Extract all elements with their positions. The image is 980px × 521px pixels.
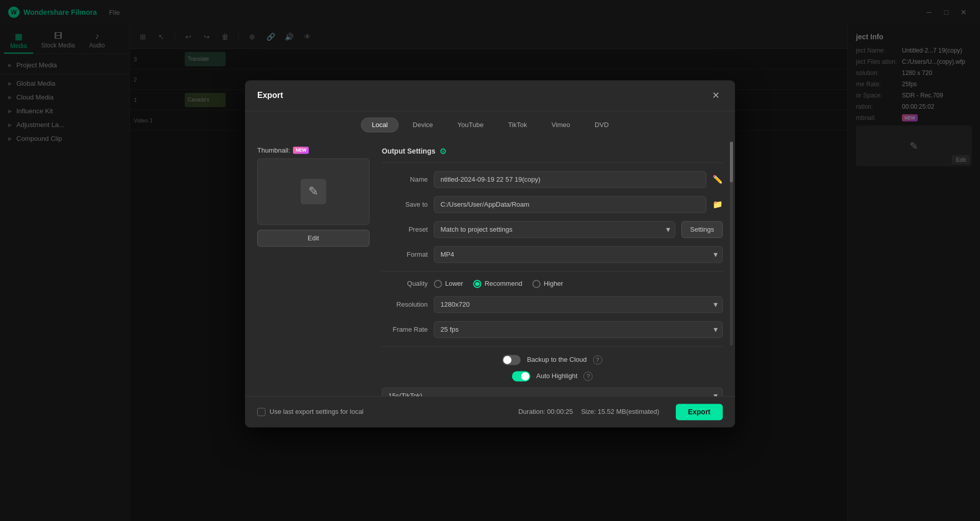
format-select[interactable]: MP4 [434,246,723,263]
thumbnail-new-badge: NEW [293,146,309,154]
tab-dvd[interactable]: DVD [584,117,619,132]
save-to-input[interactable] [434,196,706,213]
auto-highlight-toggle[interactable] [512,371,530,381]
duration-value: 00:00:25 [547,408,573,415]
preset-select-wrapper: Match to project settings [434,221,675,238]
export-dialog: Export ✕ Local Device YouTube TikTok Vim… [245,80,735,427]
quality-label: Quality [382,280,428,287]
radio-circle-higher [532,280,541,288]
settings-gear-icon: ⚙ [439,146,447,156]
thumbnail-section: Thumbnail: NEW ✎ Edit [257,146,370,388]
resolution-select-wrapper: 1280x720 [434,296,723,313]
preset-row: Preset Match to project settings Setting… [382,221,723,238]
output-settings-title: Output Settings [382,147,435,155]
backup-toggle-row: Backup to the Cloud ? [382,355,723,365]
preset-label: Preset [382,226,428,233]
highlight-duration-wrapper: 15s(TikTok) [382,387,723,396]
ai-icon[interactable]: ✏️ [713,175,723,184]
tab-vimeo[interactable]: Vimeo [541,117,580,132]
preset-select[interactable]: Match to project settings [434,221,675,238]
frame-rate-select[interactable]: 25 fps [434,321,723,338]
dialog-title: Export [257,91,283,100]
toggle-thumb [521,372,529,380]
modal-overlay: Export ✕ Local Device YouTube TikTok Vim… [0,0,980,521]
quality-recommend-label: Recommend [484,280,522,287]
quality-lower[interactable]: Lower [434,280,463,288]
format-row: Format MP4 [382,246,723,263]
size-label: Size: [581,408,596,415]
resolution-row: Resolution 1280x720 [382,296,723,313]
toggle-thumb [503,356,511,364]
quality-recommend[interactable]: Recommend [473,280,522,288]
quality-lower-label: Lower [445,280,463,287]
format-select-wrapper: MP4 [434,246,723,263]
dialog-header: Export ✕ [245,80,735,111]
frame-rate-label: Frame Rate [382,326,428,333]
checkbox-label: Use last export settings for local [270,408,363,415]
divider [382,271,723,271]
backup-help-icon[interactable]: ? [593,355,602,364]
radio-dot [475,282,479,286]
name-input[interactable] [434,171,706,188]
dialog-close-button[interactable]: ✕ [708,88,723,103]
auto-highlight-help-icon[interactable]: ? [583,371,593,381]
quality-row: Quality Lower Recommend [382,280,723,288]
export-tabs: Local Device YouTube TikTok Vimeo DVD [245,111,735,138]
auto-highlight-toggle-row: Auto Highlight ? [382,371,723,381]
frame-rate-select-wrapper: 25 fps [434,321,723,338]
settings-button[interactable]: Settings [681,221,723,238]
radio-circle-recommend [473,280,481,288]
resolution-label: Resolution [382,301,428,308]
checkbox-box[interactable] [257,408,265,416]
duration-label: Duration: [518,408,545,415]
folder-icon[interactable]: 📁 [713,200,723,209]
export-button[interactable]: Export [676,404,723,420]
resolution-select[interactable]: 1280x720 [434,296,723,313]
dialog-footer: Use last export settings for local Durat… [245,396,735,427]
quality-options: Lower Recommend Higher [434,280,723,288]
dialog-scrollbar[interactable] [730,141,733,345]
use-last-settings-checkbox[interactable]: Use last export settings for local [257,408,363,416]
thumbnail-label: Thumbnail: NEW [257,146,370,154]
radio-circle-lower [434,280,442,288]
footer-duration: Duration: 00:00:25 [518,408,573,415]
footer-size: Size: 15.52 MB(estimated) [581,408,659,415]
thumbnail-edit-icon: ✎ [301,179,326,204]
edit-thumbnail-button[interactable]: Edit [257,230,370,246]
thumbnail-label-text: Thumbnail: [257,146,290,154]
dialog-body: Thumbnail: NEW ✎ Edit Output Settings ⚙ [245,138,735,396]
quality-higher[interactable]: Higher [532,280,563,288]
save-to-row: Save to 📁 [382,196,723,213]
format-label: Format [382,251,428,258]
divider-2 [382,346,723,346]
highlight-duration-select[interactable]: 15s(TikTok) [382,387,723,396]
output-section: Output Settings ⚙ Name ✏️ Save to 📁 [382,146,723,388]
backup-toggle[interactable] [502,355,521,365]
tab-local[interactable]: Local [361,117,398,132]
thumbnail-box: ✎ [257,158,370,225]
quality-higher-label: Higher [544,280,563,287]
backup-label: Backup to the Cloud [527,356,586,363]
size-value: 15.52 MB(estimated) [598,408,659,415]
tab-device[interactable]: Device [403,117,444,132]
name-label: Name [382,176,428,183]
output-header: Output Settings ⚙ [382,146,723,163]
tab-youtube[interactable]: YouTube [447,117,494,132]
save-to-label: Save to [382,201,428,208]
name-row: Name ✏️ [382,171,723,188]
scrollbar-thumb [730,141,733,182]
pencil-icon: ✎ [308,184,318,199]
tab-tiktok[interactable]: TikTok [498,117,537,132]
auto-highlight-label: Auto Highlight [536,372,578,380]
frame-rate-row: Frame Rate 25 fps [382,321,723,338]
